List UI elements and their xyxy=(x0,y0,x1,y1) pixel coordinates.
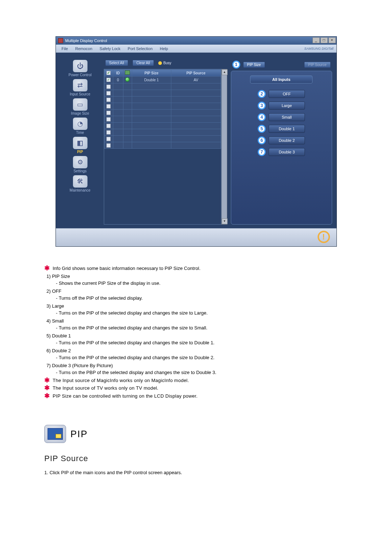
table-row[interactable]: 0 Double 1 AV xyxy=(104,77,221,83)
large-button[interactable]: Large xyxy=(269,102,305,110)
row-checkbox[interactable] xyxy=(106,124,111,128)
app-icon xyxy=(58,38,63,43)
window-controls: _ □ × xyxy=(313,37,336,43)
scroll-up-icon[interactable]: ▲ xyxy=(222,69,228,75)
explanation-body: ✱ Info Grid shows some basic information… xyxy=(44,265,348,399)
section-heading: PIP xyxy=(70,428,88,440)
main-area: ⏻ Power Control ⇄ Input Source ▭ Image S… xyxy=(56,53,336,228)
select-all-button[interactable]: Select All xyxy=(105,60,128,66)
sidebar-item-label: Time xyxy=(76,131,84,135)
list-item: 2) OFF- Turns off the PIP of the selecte… xyxy=(46,288,348,302)
sidebar-item-settings[interactable]: ⚙ Settings xyxy=(60,156,100,173)
status-ok-icon xyxy=(125,77,130,82)
callout-4: 4 xyxy=(258,113,266,121)
option-off[interactable]: 2 OFF xyxy=(258,90,305,98)
sidebar-item-power-control[interactable]: ⏻ Power Control xyxy=(60,60,100,77)
callout-2: 2 xyxy=(258,90,266,98)
double1-button[interactable]: Double 1 xyxy=(269,125,305,133)
menu-safety-lock[interactable]: Safety Lock xyxy=(96,46,124,51)
small-button[interactable]: Small xyxy=(269,113,305,121)
clear-all-button[interactable]: Clear All xyxy=(132,60,154,66)
option-double3[interactable]: 7 Double 3 xyxy=(258,148,305,156)
row-checkbox[interactable] xyxy=(106,137,111,141)
pip-source-tab[interactable]: PIP Source xyxy=(304,62,330,68)
header-checkbox[interactable] xyxy=(106,71,111,75)
note-1: The Input source of MagicInfo works only… xyxy=(53,377,189,384)
option-double2[interactable]: 6 Double 2 xyxy=(258,136,305,144)
list-item: 4) Small- Turns on the PIP of the select… xyxy=(46,317,348,332)
sidebar-item-label: PIP xyxy=(77,150,83,154)
callout-5: 5 xyxy=(258,125,266,133)
minimize-button[interactable]: _ xyxy=(313,37,320,43)
table-row-empty xyxy=(104,103,221,110)
maintenance-icon: 🛠 xyxy=(73,175,87,188)
option-double1[interactable]: 5 Double 1 xyxy=(258,125,305,133)
input-icon: ⇄ xyxy=(73,79,87,91)
off-button[interactable]: OFF xyxy=(269,90,305,98)
status-header-icon xyxy=(125,70,130,75)
step-text: 1. Click PIP of the main icons and the P… xyxy=(44,470,348,475)
maximize-button[interactable]: □ xyxy=(320,37,328,43)
row-checkbox[interactable] xyxy=(106,85,111,89)
sidebar-item-label: Image Size xyxy=(71,111,89,115)
grid-scrollbar[interactable]: ▲ ▼ xyxy=(221,69,227,225)
row-checkbox[interactable] xyxy=(106,143,111,148)
callout-7: 7 xyxy=(258,148,266,156)
list-item: 6) Double 2- Turns on the PIP of the sel… xyxy=(46,347,348,361)
cell-id: 0 xyxy=(113,77,123,83)
sidebar: ⏻ Power Control ⇄ Input Source ▭ Image S… xyxy=(60,60,100,225)
star-icon: ✱ xyxy=(44,385,50,392)
close-button[interactable]: × xyxy=(328,37,336,43)
busy-dot-icon xyxy=(158,61,162,65)
window-title: Multiple Display Control xyxy=(65,38,107,43)
menubar: File Remocon Safety Lock Port Selection … xyxy=(56,45,336,53)
menu-port-selection[interactable]: Port Selection xyxy=(124,46,156,51)
sidebar-item-pip[interactable]: ◧ PIP xyxy=(60,137,100,154)
sidebar-item-label: Power Control xyxy=(69,73,91,77)
col-id: ID xyxy=(113,70,123,77)
list-item: 1) PIP Size- Shows the current PIP Size … xyxy=(46,273,348,287)
pip-heading-row: PIP xyxy=(44,425,348,443)
row-checkbox[interactable] xyxy=(106,91,111,95)
numbered-list: 1) PIP Size- Shows the current PIP Size … xyxy=(44,273,348,376)
table-row-empty xyxy=(104,83,221,90)
sidebar-item-label: Maintenance xyxy=(70,188,90,192)
callout-6: 6 xyxy=(258,136,266,144)
brand-label: SAMSUNG DIGITall xyxy=(304,47,333,50)
sidebar-item-maintenance[interactable]: 🛠 Maintenance xyxy=(60,175,100,192)
double2-button[interactable]: Double 2 xyxy=(269,136,305,144)
power-icon: ⏻ xyxy=(73,60,87,72)
menu-remocon[interactable]: Remocon xyxy=(72,46,96,51)
all-inputs-label: All Inputs xyxy=(250,75,313,83)
pip-section: PIP PIP Source 1. Click PIP of the main … xyxy=(44,425,348,475)
grid-header-row: ID PIP Size PIP Source xyxy=(104,70,221,77)
sidebar-item-input-source[interactable]: ⇄ Input Source xyxy=(60,79,100,96)
titlebar[interactable]: Multiple Display Control _ □ × xyxy=(56,37,336,45)
section-subheading: PIP Source xyxy=(44,454,348,463)
row-checkbox[interactable] xyxy=(106,104,111,108)
option-large[interactable]: 3 Large xyxy=(258,102,305,110)
row-checkbox[interactable] xyxy=(106,98,111,102)
menu-file[interactable]: File xyxy=(58,46,72,51)
star-icon: ✱ xyxy=(44,393,50,400)
scroll-down-icon[interactable]: ▼ xyxy=(222,218,228,224)
pip-size-panel: All Inputs 2 OFF 3 Large 4 Small 5 Doubl… xyxy=(231,71,332,225)
right-panel-header: 1 PIP Size PIP Source xyxy=(231,60,332,71)
row-checkbox[interactable] xyxy=(106,78,111,82)
sidebar-item-time[interactable]: ◔ Time xyxy=(60,118,100,135)
table-row-empty xyxy=(104,97,221,103)
star-icon: ✱ xyxy=(44,265,50,272)
table-row-empty xyxy=(104,142,221,149)
row-checkbox[interactable] xyxy=(106,117,111,122)
info-grid[interactable]: ID PIP Size PIP Source 0 Double 1 AV xyxy=(104,69,221,225)
table-row-empty xyxy=(104,129,221,136)
option-small[interactable]: 4 Small xyxy=(258,113,305,121)
pip-size-tab[interactable]: PIP Size xyxy=(243,62,265,68)
sidebar-item-image-size[interactable]: ▭ Image Size xyxy=(60,98,100,115)
double3-button[interactable]: Double 3 xyxy=(269,148,305,156)
row-checkbox[interactable] xyxy=(106,111,111,115)
menu-help[interactable]: Help xyxy=(156,46,172,51)
star-icon: ✱ xyxy=(44,377,50,384)
row-checkbox[interactable] xyxy=(106,130,111,135)
col-pip-source: PIP Source xyxy=(171,70,221,77)
